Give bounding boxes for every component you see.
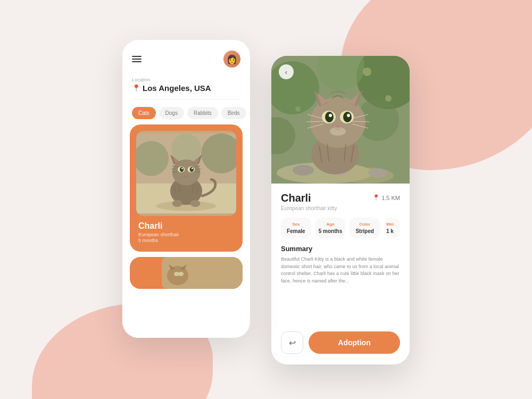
- pet-card-image: [136, 131, 236, 216]
- back-button[interactable]: ‹: [279, 64, 294, 79]
- cat-illustration-left: [136, 131, 236, 216]
- detail-image-section: ‹: [271, 56, 410, 184]
- pet-card-secondary[interactable]: [130, 257, 243, 289]
- avatar[interactable]: 👩: [223, 51, 240, 68]
- pet-cards-list: Charli European shorthair 5 months: [122, 124, 250, 338]
- stat-weight-label: Wei: [386, 222, 398, 227]
- pet-name-left: Charli: [138, 221, 234, 231]
- svg-point-21: [190, 167, 194, 172]
- svg-point-29: [172, 200, 182, 207]
- pet-card-charli[interactable]: Charli European shorthair 5 months: [130, 124, 243, 252]
- detail-distance: 📍 1.5 KM: [372, 194, 400, 201]
- svg-point-23: [192, 168, 193, 169]
- hamburger-menu-button[interactable]: [132, 56, 142, 62]
- svg-point-66: [325, 112, 334, 122]
- tab-cats[interactable]: Cats: [132, 107, 156, 119]
- stat-sex-label: Sex: [284, 222, 308, 227]
- svg-point-67: [343, 112, 352, 122]
- summary-title: Summary: [281, 245, 400, 253]
- svg-point-69: [347, 114, 350, 117]
- stat-color-label: Color: [353, 222, 377, 227]
- svg-point-30: [190, 200, 201, 207]
- bookmark-icon: ↩: [289, 338, 296, 348]
- pet-breed-left: European shorthair: [138, 232, 234, 237]
- stat-sex-value: Female: [284, 228, 308, 234]
- category-tabs: Cats Dogs Rabbits Birds O: [122, 99, 250, 124]
- stats-row: Sex Female Age 5 months Color Striped We…: [281, 218, 400, 238]
- content-wrapper: 👩 Location 📍 Los Angeles, USA Cats Dogs …: [0, 0, 532, 399]
- secondary-card-image: [130, 257, 243, 289]
- pet-age-left: 5 months: [138, 238, 234, 243]
- distance-value: 1.5 KM: [381, 195, 400, 201]
- hamburger-line-1: [132, 56, 142, 57]
- action-row: ↩ Adoption: [281, 331, 400, 356]
- summary-section: Summary Beautiful Charli Kitty is a blac…: [281, 245, 400, 285]
- phone-header: 👩: [122, 40, 250, 73]
- distance-pin-icon: 📍: [372, 194, 380, 201]
- svg-point-20: [180, 167, 184, 172]
- bookmark-button[interactable]: ↩: [281, 331, 303, 354]
- summary-text: Beautiful Charli Kitty is a black and wh…: [281, 256, 400, 285]
- stat-sex: Sex Female: [281, 218, 311, 238]
- detail-pet-name: Charli: [281, 192, 337, 204]
- hamburger-line-3: [132, 61, 142, 62]
- detail-content: Charli European shorthair kitty 📍 1.5 KM…: [271, 184, 410, 364]
- svg-point-22: [181, 168, 183, 169]
- phone-left: 👩 Location 📍 Los Angeles, USA Cats Dogs …: [122, 40, 250, 338]
- detail-name-section: Charli European shorthair kitty: [281, 192, 337, 211]
- stat-age-label: Age: [319, 222, 343, 227]
- location-section: Location 📍 Los Angeles, USA: [122, 73, 250, 99]
- location-text: Los Angeles, USA: [143, 84, 211, 93]
- svg-point-45: [385, 95, 392, 102]
- stat-weight-value: 1 k: [386, 228, 398, 234]
- avatar-emoji: 👩: [227, 54, 237, 64]
- location-pin-icon: 📍: [132, 84, 140, 92]
- svg-point-71: [330, 127, 346, 136]
- svg-point-37: [178, 272, 184, 276]
- svg-point-51: [368, 168, 387, 178]
- stat-color: Color Striped: [350, 218, 380, 238]
- location-label: Location: [132, 77, 240, 82]
- hamburger-line-2: [132, 59, 142, 60]
- tab-dogs[interactable]: Dogs: [159, 107, 184, 119]
- detail-header: Charli European shorthair kitty 📍 1.5 KM: [281, 192, 400, 211]
- adoption-label: Adoption: [338, 338, 370, 347]
- stat-weight-partial: Wei 1 k: [384, 218, 400, 238]
- adoption-button[interactable]: Adoption: [309, 331, 400, 354]
- phone-right: ‹ Charli European shorthair kitty 📍 1.5 …: [271, 56, 410, 364]
- pet-card-info: Charli European shorthair 5 months: [136, 216, 236, 245]
- svg-point-44: [363, 68, 371, 76]
- stat-age: Age 5 months: [315, 218, 346, 238]
- tab-birds[interactable]: Birds: [221, 107, 246, 119]
- svg-point-46: [295, 106, 301, 112]
- stat-age-value: 5 months: [319, 228, 343, 234]
- svg-point-49: [293, 165, 314, 176]
- stat-color-value: Striped: [353, 228, 377, 234]
- tab-other[interactable]: O: [250, 107, 250, 119]
- location-value: 📍 Los Angeles, USA: [132, 84, 240, 93]
- detail-pet-breed: European shorthair kitty: [281, 205, 337, 211]
- svg-point-68: [329, 114, 332, 117]
- tab-rabbits[interactable]: Rabbits: [187, 107, 218, 119]
